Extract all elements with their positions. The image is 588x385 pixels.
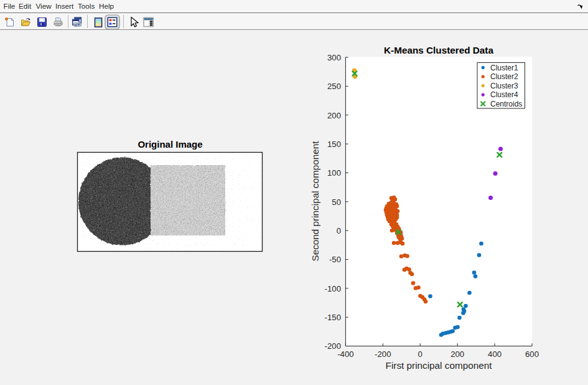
svg-text:300: 300 xyxy=(327,53,341,62)
svg-text:200: 200 xyxy=(450,349,464,359)
svg-text:Original Image: Original Image xyxy=(138,139,202,150)
svg-text:First principal component: First principal component xyxy=(386,360,493,371)
svg-text:Cluster1: Cluster1 xyxy=(490,64,518,72)
svg-text:50: 50 xyxy=(332,197,341,207)
svg-text:Second principal component: Second principal component xyxy=(310,141,320,262)
svg-text:-200: -200 xyxy=(375,349,391,359)
svg-text:250: 250 xyxy=(327,82,341,91)
svg-text:600: 600 xyxy=(525,349,539,359)
svg-text:-150: -150 xyxy=(325,313,341,322)
svg-text:Cluster2: Cluster2 xyxy=(490,72,518,81)
svg-text:400: 400 xyxy=(488,349,502,359)
svg-text:100: 100 xyxy=(327,168,341,178)
svg-text:-100: -100 xyxy=(325,284,341,293)
svg-text:-200: -200 xyxy=(325,341,341,351)
svg-text:200: 200 xyxy=(327,111,341,120)
svg-text:Cluster3: Cluster3 xyxy=(490,82,518,90)
svg-text:-50: -50 xyxy=(329,255,341,264)
svg-text:Cluster4: Cluster4 xyxy=(490,90,518,99)
svg-text:K-Means Clustered Data: K-Means Clustered Data xyxy=(384,45,493,55)
svg-text:Centroids: Centroids xyxy=(490,100,522,108)
svg-text:150: 150 xyxy=(327,140,341,149)
svg-text:0: 0 xyxy=(337,226,341,235)
svg-text:0: 0 xyxy=(418,349,422,359)
